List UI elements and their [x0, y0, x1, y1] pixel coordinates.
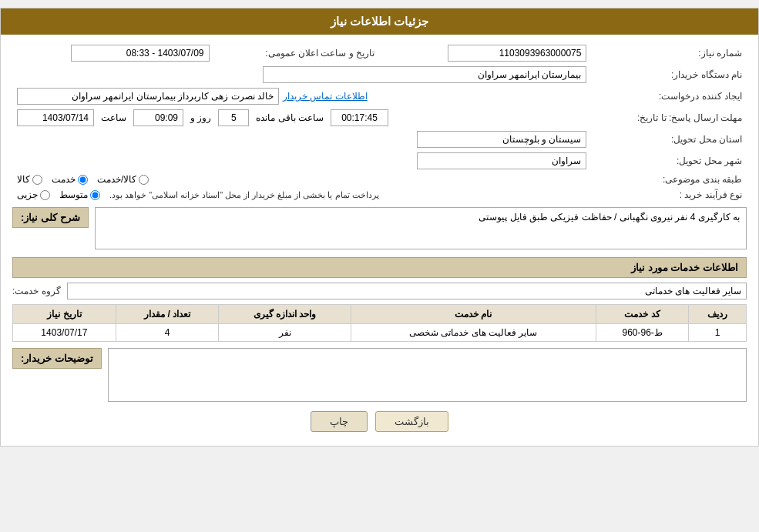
city-input[interactable] — [417, 152, 586, 169]
category-radio-service[interactable] — [78, 175, 88, 185]
cell-row-num: 1 — [689, 324, 747, 342]
deadline-date-input[interactable] — [17, 109, 94, 126]
table-row: 1 ط-96-960 سایر فعالیت های خدماتی شخصی ن… — [13, 324, 747, 342]
requester-cell: اطلاعات تماس خریدار — [12, 85, 591, 107]
page-header: جزئیات اطلاعات نیاز — [1, 8, 758, 35]
page-wrapper: جزئیات اطلاعات نیاز شماره نیاز: تاریخ و … — [0, 8, 759, 447]
purchase-option-small[interactable]: جزیی — [17, 189, 50, 200]
province-cell — [12, 129, 591, 150]
category-service-label: خدمت — [52, 174, 76, 185]
announce-datetime-input[interactable] — [71, 45, 210, 62]
need-number-cell — [390, 42, 592, 64]
announce-datetime-cell — [12, 42, 214, 64]
deadline-time-input[interactable] — [133, 109, 183, 126]
purchase-note: پرداخت تمام یا بخشی از مبلغ خریدار از مح… — [109, 190, 379, 200]
action-buttons: بازگشت چاپ — [12, 411, 747, 432]
purchase-type-label: نوع فرآیند خرید : — [591, 187, 747, 202]
need-number-input[interactable] — [448, 45, 586, 62]
deadline-days-input[interactable] — [218, 109, 249, 126]
need-number-label: شماره نیاز: — [591, 42, 747, 64]
category-label: طبقه بندی موضوعی: — [591, 172, 747, 187]
cell-service-code: ط-96-960 — [596, 324, 688, 342]
purchase-option-medium[interactable]: متوسط — [59, 189, 100, 200]
requester-input[interactable] — [17, 88, 279, 105]
col-header-quantity: تعداد / مقدار — [116, 305, 219, 324]
print-button[interactable]: چاپ — [311, 411, 368, 432]
main-form-table: شماره نیاز: تاریخ و ساعت اعلان عمومی: نا… — [12, 42, 747, 202]
purchase-medium-label: متوسط — [59, 189, 88, 200]
requester-label: ایجاد کننده درخواست: — [591, 85, 747, 107]
province-label: استان محل تحویل: — [591, 129, 747, 150]
purchase-small-label: جزیی — [17, 189, 38, 200]
contact-link[interactable]: اطلاعات تماس خریدار — [283, 91, 368, 102]
page-title: جزئیات اطلاعات نیاز — [331, 15, 428, 28]
category-radio-both[interactable] — [139, 175, 149, 185]
purchase-radio-small[interactable] — [40, 190, 50, 200]
deadline-cell: ساعت روز و ساعت باقی مانده — [12, 107, 591, 129]
deadline-remaining-label: ساعت باقی مانده — [256, 112, 324, 123]
category-both-label: کالا/خدمت — [97, 174, 136, 185]
service-group-row: گروه خدمت: — [12, 283, 747, 299]
cell-unit: نفر — [219, 324, 351, 342]
purchase-radio-medium[interactable] — [90, 190, 100, 200]
col-header-date: تاریخ نیاز — [13, 305, 116, 324]
deadline-label: مهلت ارسال پاسخ: تا تاریخ: — [591, 107, 747, 129]
col-header-service-name: نام خدمت — [351, 305, 596, 324]
deadline-time-label: ساعت — [101, 112, 126, 123]
buyer-notes-box — [108, 348, 747, 402]
services-table: ردیف کد خدمت نام خدمت واحد اندازه گیری ت… — [12, 304, 747, 342]
deadline-remaining-input[interactable] — [331, 109, 388, 126]
purchase-type-cell: جزیی متوسط پرداخت تمام یا بخشی از مبلغ خ… — [12, 187, 591, 202]
main-content: شماره نیاز: تاریخ و ساعت اعلان عمومی: نا… — [1, 35, 758, 446]
deadline-days-label: روز و — [190, 112, 211, 123]
col-header-service-code: کد خدمت — [596, 305, 688, 324]
category-cell: کالا خدمت کالا/خدمت — [12, 172, 591, 187]
category-option-service[interactable]: خدمت — [52, 174, 88, 185]
need-description-text: به کارگیری 4 نفر نیروی نگهبانی / حفاظت ف… — [479, 212, 740, 223]
buyer-org-label: نام دستگاه خریدار: — [591, 64, 747, 85]
city-label: شهر محل تحویل: — [591, 150, 747, 172]
buyer-org-cell — [12, 64, 591, 85]
services-section-title: اطلاعات خدمات مورد نیاز — [12, 257, 747, 278]
col-header-row-num: ردیف — [689, 305, 747, 324]
col-header-unit: واحد اندازه گیری — [219, 305, 351, 324]
category-option-goods[interactable]: کالا — [17, 174, 42, 185]
province-input[interactable] — [417, 131, 586, 148]
category-option-both[interactable]: کالا/خدمت — [97, 174, 149, 185]
cell-quantity: 4 — [116, 324, 219, 342]
service-group-input[interactable] — [67, 283, 747, 299]
need-description-box: به کارگیری 4 نفر نیروی نگهبانی / حفاظت ف… — [95, 207, 747, 249]
service-group-label: گروه خدمت: — [12, 286, 61, 296]
cell-service-name: سایر فعالیت های خدماتی شخصی — [351, 324, 596, 342]
category-radio-goods[interactable] — [32, 175, 42, 185]
buyer-notes-title: توضیحات خریدار: — [12, 348, 102, 369]
cell-need-date: 1403/07/17 — [13, 324, 116, 342]
category-goods-label: کالا — [17, 174, 30, 185]
announce-datetime-label: تاریخ و ساعت اعلان عمومی: — [214, 42, 390, 64]
buyer-org-input[interactable] — [263, 66, 586, 83]
need-description-title: شرح کلی نیاز: — [12, 207, 89, 228]
city-cell — [12, 150, 591, 172]
back-button[interactable]: بازگشت — [375, 411, 448, 432]
